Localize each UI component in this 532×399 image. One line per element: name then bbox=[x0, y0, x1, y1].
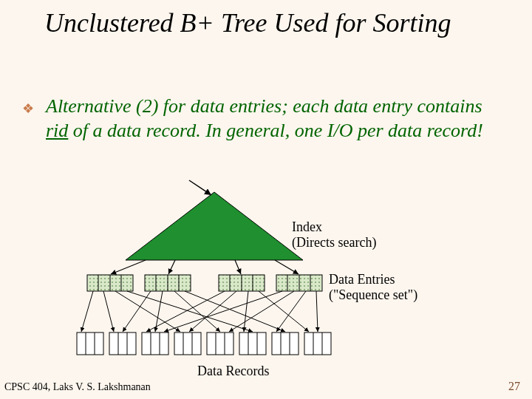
svg-line-23 bbox=[275, 260, 299, 274]
svg-line-61 bbox=[229, 291, 294, 332]
btree-diagram bbox=[0, 0, 532, 399]
page-number: 27 bbox=[508, 380, 520, 393]
svg-marker-2 bbox=[126, 192, 303, 260]
svg-rect-42 bbox=[272, 332, 299, 355]
svg-rect-33 bbox=[174, 332, 201, 355]
svg-line-52 bbox=[123, 291, 151, 332]
svg-line-51 bbox=[127, 291, 253, 332]
svg-line-48 bbox=[81, 291, 93, 332]
svg-line-22 bbox=[235, 260, 241, 274]
svg-rect-39 bbox=[239, 332, 266, 355]
svg-line-53 bbox=[155, 291, 163, 332]
svg-rect-27 bbox=[109, 332, 136, 355]
slide: Unclustered B+ Tree Used for Sorting ❖ A… bbox=[0, 0, 532, 399]
svg-rect-30 bbox=[142, 332, 168, 355]
svg-line-3 bbox=[189, 180, 211, 195]
svg-line-20 bbox=[111, 260, 146, 274]
svg-line-21 bbox=[168, 260, 175, 274]
svg-rect-24 bbox=[77, 332, 103, 355]
svg-rect-36 bbox=[207, 332, 233, 355]
svg-rect-45 bbox=[304, 332, 331, 355]
footer-text: CPSC 404, Laks V. S. Lakshmanan bbox=[4, 381, 151, 393]
svg-line-49 bbox=[103, 291, 114, 332]
svg-line-58 bbox=[244, 291, 248, 332]
svg-line-50 bbox=[115, 291, 180, 332]
svg-line-63 bbox=[316, 291, 318, 332]
